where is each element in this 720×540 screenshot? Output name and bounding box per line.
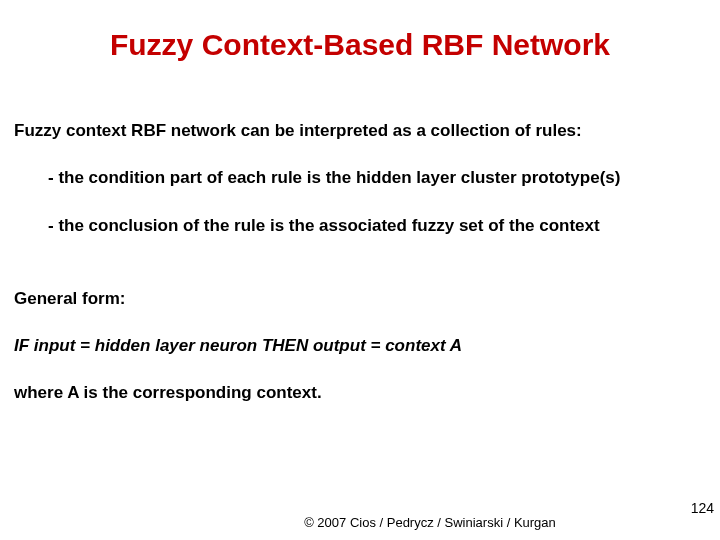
bullet-conclusion: - the conclusion of the rule is the asso…	[48, 215, 706, 236]
slide-title: Fuzzy Context-Based RBF Network	[0, 28, 720, 62]
copyright-text: © 2007 Cios / Pedrycz / Swiniarski / Kur…	[0, 515, 720, 530]
slide-body: Fuzzy context RBF network can be interpr…	[14, 120, 706, 404]
slide: Fuzzy Context-Based RBF Network Fuzzy co…	[0, 0, 720, 540]
where-text: where A is the corresponding context.	[14, 382, 706, 403]
general-form-label: General form:	[14, 288, 706, 309]
bullet-condition: - the condition part of each rule is the…	[48, 167, 706, 188]
rule-statement: IF input = hidden layer neuron THEN outp…	[14, 335, 706, 356]
intro-text: Fuzzy context RBF network can be interpr…	[14, 120, 706, 141]
page-number: 124	[691, 500, 714, 516]
